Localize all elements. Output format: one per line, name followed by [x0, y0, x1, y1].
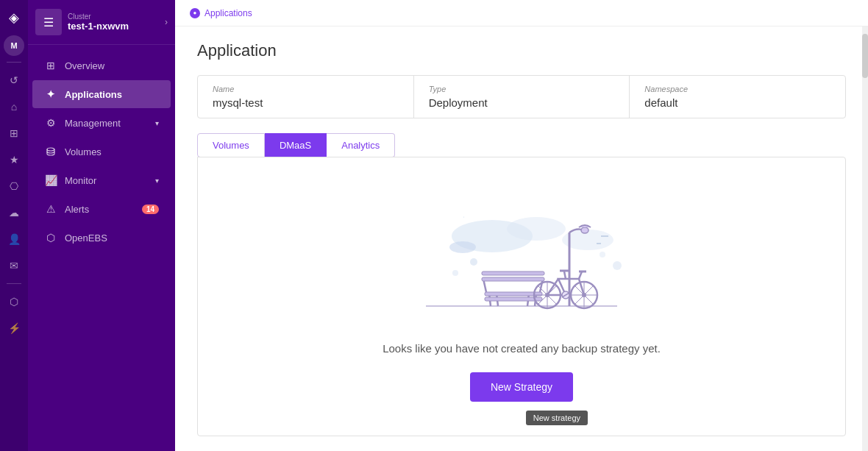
cloud-icon[interactable]: ☁: [2, 201, 26, 224]
sidebar-item-applications[interactable]: ✦ Applications: [32, 80, 171, 108]
svg-point-40: [463, 216, 464, 217]
cluster-name: test-1-nxwvm: [68, 21, 165, 32]
scrollbar-thumb[interactable]: [862, 34, 868, 78]
tabs: Volumes DMaaS Analytics: [197, 133, 846, 157]
monitor-icon: 📈: [44, 174, 57, 187]
sidebar-item-overview[interactable]: ⊞ Overview: [32, 52, 171, 79]
info-cell-type: Type Deployment: [414, 76, 630, 118]
refresh-icon[interactable]: ↺: [2, 68, 26, 92]
star-icon[interactable]: ★: [2, 148, 26, 171]
rail-divider: [7, 62, 21, 63]
plug-icon[interactable]: ⚡: [2, 316, 26, 340]
empty-state-text: Looks like you have not created any back…: [383, 342, 661, 355]
sidebar-item-openebs-label: OpenEBS: [65, 232, 107, 244]
tab-analytics[interactable]: Analytics: [327, 133, 395, 157]
svg-point-7: [581, 227, 588, 233]
openebs-icon: ⬡: [44, 231, 57, 244]
svg-rect-19: [482, 271, 544, 275]
breadcrumb-icon: ●: [190, 8, 200, 18]
svg-point-42: [452, 270, 458, 276]
scrollbar[interactable]: [862, 26, 868, 451]
sidebar-item-applications-label: Applications: [65, 89, 122, 100]
name-value: mysql-test: [213, 96, 399, 109]
message-icon[interactable]: ✉: [2, 254, 26, 277]
cluster-selector[interactable]: ☰ Cluster test-1-nxwvm ›: [28, 0, 175, 45]
name-label: Name: [213, 85, 399, 93]
management-chevron-icon: ▾: [155, 119, 159, 127]
sidebar-item-monitor[interactable]: 📈 Monitor ▾: [32, 166, 171, 194]
applications-icon: ✦: [44, 88, 57, 101]
sidebar-item-monitor-label: Monitor: [65, 175, 96, 186]
new-strategy-tooltip: New strategy: [526, 411, 588, 425]
sidebar-item-alerts[interactable]: ⚠ Alerts 14: [32, 195, 171, 223]
panel-content: Looks like you have not created any back…: [197, 157, 846, 436]
namespace-value: default: [644, 96, 830, 109]
sidebar-item-management[interactable]: ⚙ Management ▾: [32, 109, 171, 137]
empty-state-illustration: [419, 192, 625, 324]
overview-icon: ⊞: [44, 59, 57, 72]
management-icon: ⚙: [44, 116, 57, 129]
info-cell-namespace: Namespace default: [630, 76, 845, 118]
info-cell-name: Name mysql-test: [198, 76, 414, 118]
svg-point-4: [449, 241, 476, 253]
sidebar: ☰ Cluster test-1-nxwvm › ⊞ Overview ✦ Ap…: [28, 0, 175, 451]
grid-icon[interactable]: ⊞: [2, 121, 26, 145]
cluster-info: Cluster test-1-nxwvm: [68, 13, 165, 32]
breadcrumb-text: Applications: [204, 8, 252, 18]
svg-point-43: [600, 252, 605, 258]
sidebar-item-management-label: Management: [65, 118, 121, 129]
cluster-chevron-icon: ›: [165, 17, 168, 27]
type-label: Type: [429, 85, 615, 93]
tab-volumes[interactable]: Volumes: [197, 133, 265, 157]
alerts-badge: 14: [142, 205, 159, 214]
page-title: Application: [197, 41, 846, 60]
rail-divider-2: [7, 283, 21, 284]
svg-line-36: [564, 271, 566, 279]
cluster-label: Cluster: [68, 13, 165, 21]
svg-point-44: [613, 261, 622, 270]
sidebar-item-overview-label: Overview: [65, 60, 104, 71]
sidebar-item-openebs[interactable]: ⬡ OpenEBS: [32, 224, 171, 252]
person-icon[interactable]: 👤: [2, 227, 26, 251]
alerts-icon: ⚠: [44, 202, 57, 216]
icon-rail: ◈ M ↺ ⌂ ⊞ ★ ⎔ ☁ 👤 ✉ ⬡ ⚡: [0, 0, 28, 451]
svg-point-41: [470, 258, 477, 266]
tab-dmaas[interactable]: DMaaS: [265, 133, 327, 157]
sidebar-item-volumes-label: Volumes: [65, 146, 102, 157]
svg-rect-18: [482, 277, 544, 281]
home-icon[interactable]: ⌂: [2, 95, 26, 118]
volumes-icon: [44, 145, 57, 158]
page-content: Application Name mysql-test Type Deploym…: [175, 26, 868, 451]
new-strategy-button[interactable]: New Strategy: [470, 372, 573, 402]
sidebar-item-alerts-label: Alerts: [65, 204, 89, 215]
cluster-icon: ☰: [35, 9, 62, 35]
bot-icon[interactable]: ⬡: [2, 290, 26, 313]
monitor-chevron-icon: ▾: [155, 177, 159, 185]
sidebar-item-volumes[interactable]: Volumes: [32, 138, 171, 166]
type-value: Deployment: [429, 96, 615, 109]
info-bar: Name mysql-test Type Deployment Namespac…: [197, 75, 846, 118]
main-content: ● Applications Application Name mysql-te…: [175, 0, 868, 451]
breadcrumb: ● Applications: [190, 8, 252, 18]
user-avatar: M: [4, 35, 24, 56]
logo-icon: ◈: [2, 6, 26, 29]
top-bar: ● Applications: [175, 0, 868, 26]
nav-items: ⊞ Overview ✦ Applications ⚙ Management ▾…: [28, 45, 175, 451]
svg-point-2: [507, 217, 566, 241]
chart-icon[interactable]: ⎔: [2, 174, 26, 198]
namespace-label: Namespace: [644, 85, 830, 93]
svg-point-0: [47, 148, 54, 151]
